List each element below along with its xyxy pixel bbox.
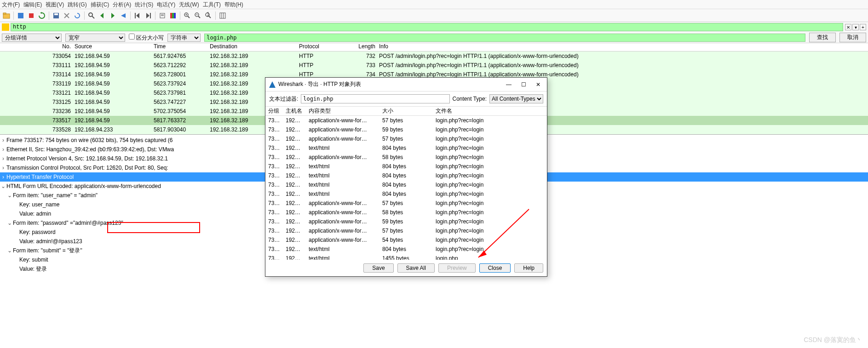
key-submit[interactable]: Key: submit (19, 257, 48, 263)
find-width-select[interactable]: 宽窄 (65, 34, 125, 42)
col-proto[interactable]: Protocol (297, 43, 330, 51)
collapse-icon[interactable]: ⌄ (6, 220, 13, 226)
close-file-icon[interactable] (62, 11, 71, 20)
menu-file[interactable]: 文件(F) (2, 1, 20, 8)
menu-help[interactable]: 帮助(H) (224, 1, 243, 8)
maximize-button[interactable]: ☐ (520, 81, 527, 88)
reload-icon[interactable] (73, 11, 82, 20)
object-row[interactable]: 73…192…text/html804 byteslogin.php?rec=l… (265, 143, 547, 153)
expand-icon[interactable]: › (0, 146, 6, 153)
object-row[interactable]: 73…192…text/html804 byteslogin.php?rec=l… (265, 171, 547, 180)
ethernet-summary[interactable]: Ethernet II, Src: Hangzhou_39:42:ed (b0:… (6, 146, 174, 153)
object-row[interactable]: 73…192…application/x-www-for…57 byteslog… (265, 134, 547, 143)
menu-capture[interactable]: 捕获(C) (91, 1, 109, 8)
menu-telephony[interactable]: 电话(Y) (157, 1, 175, 8)
close-window-button[interactable]: ✕ (535, 81, 541, 88)
tcp-summary[interactable]: Transmission Control Protocol, Src Port:… (6, 165, 168, 171)
expand-icon[interactable]: › (0, 155, 6, 162)
col-length[interactable]: Length (330, 43, 377, 51)
ip-summary[interactable]: Internet Protocol Version 4, Src: 192.16… (6, 155, 168, 162)
form-item-username[interactable]: Form item: "user_name" = "admin" (13, 192, 98, 199)
col-info[interactable]: Info (377, 43, 868, 51)
preview-button[interactable]: Preview (438, 263, 476, 273)
object-row[interactable]: 73…192…application/x-www-for…57 byteslog… (265, 199, 547, 208)
frame-summary[interactable]: Frame 733517: 754 bytes on wire (6032 bi… (6, 137, 173, 143)
packet-row[interactable]: 733111192.168.94.595623.712292192.168.32… (0, 61, 868, 70)
form-item-submit[interactable]: Form item: "submit" = "登录" (13, 247, 82, 255)
object-row[interactable]: 73…192…application/x-www-for…54 byteslog… (265, 235, 547, 245)
object-row[interactable]: 73…192…application/x-www-for…57 byteslog… (265, 226, 547, 235)
zoom-reset-icon[interactable]: 1 (204, 11, 213, 20)
filter-add-icon[interactable]: + (860, 24, 866, 30)
goto-icon[interactable] (119, 11, 128, 20)
col-hostname[interactable]: 主机名 (286, 107, 309, 115)
filter-clear-icon[interactable]: ✕ (845, 24, 851, 30)
capture-restart-icon[interactable] (37, 11, 46, 20)
expand-icon[interactable]: › (0, 165, 6, 171)
object-row[interactable]: 73…192…application/x-www-for…58 byteslog… (265, 153, 547, 162)
collapse-icon[interactable]: ⌄ (0, 183, 6, 189)
form-encoded-summary[interactable]: HTML Form URL Encoded: application/x-www… (6, 183, 161, 189)
find-icon[interactable] (87, 11, 96, 20)
col-dest[interactable]: Destination (208, 43, 297, 51)
content-type-select[interactable]: All Content-Types (489, 94, 543, 103)
object-row[interactable]: 73…192…text/html1455 byteslogin.php (265, 254, 547, 260)
menu-analyze[interactable]: 分析(A) (113, 1, 131, 8)
find-button[interactable]: 查找 (809, 33, 836, 42)
expand-icon[interactable]: › (0, 174, 6, 180)
menu-tools[interactable]: 工具(T) (203, 1, 221, 8)
object-row[interactable]: 73…192…text/html804 byteslogin.php?rec=l… (265, 162, 547, 171)
colorize-icon[interactable] (168, 11, 178, 20)
bookmark-icon[interactable] (2, 23, 9, 31)
value-password[interactable]: Value: admin!@#pass123 (19, 238, 82, 245)
find-type-select[interactable]: 字符串 (167, 34, 201, 42)
menu-wireless[interactable]: 无线(W) (179, 1, 199, 8)
menu-edit[interactable]: 编辑(E) (23, 1, 42, 8)
display-filter-input[interactable] (11, 23, 843, 31)
collapse-icon[interactable]: ⌄ (6, 192, 13, 199)
menu-view[interactable]: 视图(V) (46, 1, 64, 8)
dialog-titlebar[interactable]: Wireshark · 导出 · HTTP 对象列表 — ☐ ✕ (265, 78, 547, 91)
autoscroll-icon[interactable] (158, 11, 167, 20)
open-icon[interactable] (2, 11, 11, 20)
save-all-button[interactable]: Save All (397, 263, 435, 273)
help-button[interactable]: Help (514, 263, 543, 273)
col-filename[interactable]: 文件名 (436, 107, 547, 115)
form-item-password-value[interactable]: "admin!@#pass123" (73, 220, 123, 226)
collapse-icon[interactable]: ⌄ (6, 247, 13, 254)
capture-start-icon[interactable] (16, 11, 25, 20)
object-row[interactable]: 73…192…application/x-www-for…59 byteslog… (265, 125, 547, 134)
first-icon[interactable] (133, 11, 142, 20)
zoom-in-icon[interactable] (183, 11, 192, 20)
expand-icon[interactable]: › (0, 137, 6, 143)
next-icon[interactable] (108, 11, 117, 20)
object-row[interactable]: 73…192…text/html804 byteslogin.php?rec=l… (265, 245, 547, 254)
object-row[interactable]: 73…192…application/x-www-for…59 byteslog… (265, 217, 547, 226)
object-row[interactable]: 73…192…application/x-www-for…57 byteslog… (265, 116, 547, 125)
col-time[interactable]: Time (152, 43, 208, 51)
capture-stop-icon[interactable] (27, 11, 36, 20)
prev-icon[interactable] (98, 11, 107, 20)
col-source[interactable]: Source (73, 43, 152, 51)
minimize-button[interactable]: — (506, 81, 512, 88)
text-filter-input[interactable] (301, 94, 449, 103)
case-sensitive-checkbox[interactable]: 区分大小写 (129, 34, 164, 42)
key-username[interactable]: Key: user_name (19, 201, 59, 208)
col-no[interactable]: No. (0, 43, 73, 51)
form-item-password-key[interactable]: Form item: "password" = (13, 220, 73, 226)
object-row[interactable]: 73…192…text/html804 byteslogin.php?rec=l… (265, 180, 547, 189)
value-username[interactable]: Value: admin (19, 211, 51, 217)
zoom-out-icon[interactable] (193, 11, 202, 20)
col-packet[interactable]: 分组 (265, 107, 286, 115)
http-summary[interactable]: Hypertext Transfer Protocol (6, 174, 74, 180)
save-icon[interactable] (52, 11, 61, 20)
find-scope-select[interactable]: 分组详情 (2, 34, 62, 42)
filter-dropdown-icon[interactable]: ▾ (852, 24, 859, 30)
find-term-input[interactable] (204, 34, 805, 42)
value-submit[interactable]: Value: 登录 (19, 265, 47, 273)
key-password[interactable]: Key: password (19, 229, 56, 235)
col-size[interactable]: 大小 (382, 107, 436, 115)
save-button[interactable]: Save (363, 263, 393, 273)
packet-row[interactable]: 733054192.168.94.595617.924765192.168.32… (0, 51, 868, 61)
object-row[interactable]: 73…192…text/html804 byteslogin.php?rec=l… (265, 189, 547, 199)
